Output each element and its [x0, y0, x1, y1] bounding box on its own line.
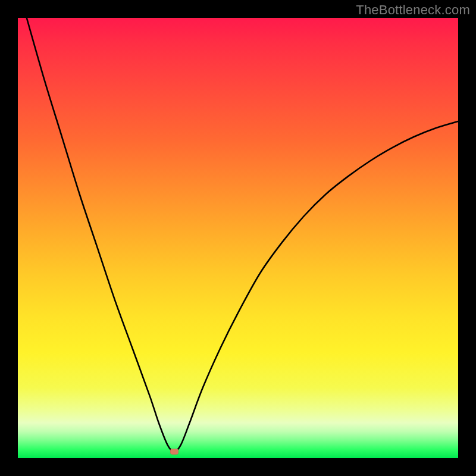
watermark-text: TheBottleneck.com [356, 2, 470, 18]
curve-svg [18, 18, 458, 458]
chart-frame: TheBottleneck.com [0, 0, 476, 476]
optimal-point-marker [170, 449, 178, 455]
plot-area [18, 18, 458, 458]
bottleneck-curve [27, 18, 458, 452]
